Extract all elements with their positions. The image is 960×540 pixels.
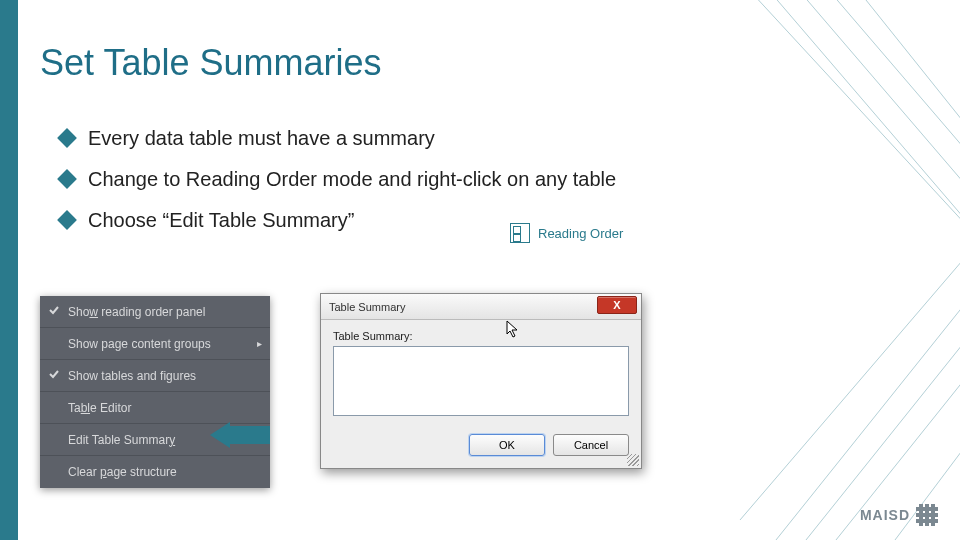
bullet-icon	[57, 128, 77, 148]
bullet-text: Every data table must have a summary	[88, 125, 435, 152]
dialog-titlebar[interactable]: Table Summary X	[321, 294, 641, 320]
dialog-button-row: OK Cancel	[321, 426, 641, 468]
close-icon: X	[613, 299, 620, 311]
logo-text: MAISD	[860, 507, 910, 523]
checkmark-icon	[48, 304, 60, 316]
menu-item-label: Show tables and figures	[68, 369, 196, 383]
slide: Set Table Summaries Every data table mus…	[0, 0, 960, 540]
arrow-callout	[210, 422, 270, 448]
reading-order-label: Reading Order	[538, 226, 623, 241]
maisd-logo: MAISD	[860, 504, 938, 526]
checkmark-icon	[48, 368, 60, 380]
close-button[interactable]: X	[597, 296, 637, 314]
menu-item-label: Table Editor	[68, 401, 131, 415]
menu-item-label: Clear page structure	[68, 465, 177, 479]
menu-item-clear-page-structure[interactable]: Clear page structure	[40, 456, 270, 488]
slide-title: Set Table Summaries	[40, 42, 382, 84]
menu-item-label: Show reading order panel	[68, 305, 205, 319]
bullet-item: Every data table must have a summary	[60, 125, 660, 152]
arrow-left-icon	[210, 422, 230, 448]
menu-item-label: Edit Table Summary	[68, 433, 175, 447]
context-menu: Show reading order panel Show page conte…	[40, 296, 270, 488]
left-accent-bar	[0, 0, 18, 540]
logo-glyph-icon	[916, 504, 938, 526]
dialog-title: Table Summary	[329, 301, 405, 313]
cancel-label: Cancel	[574, 439, 608, 451]
bullet-text: Choose “Edit Table Summary”	[88, 207, 354, 234]
decorative-lines	[700, 0, 960, 540]
arrow-body	[228, 426, 270, 444]
cancel-button[interactable]: Cancel	[553, 434, 629, 456]
bullet-item: Change to Reading Order mode and right-c…	[60, 166, 660, 193]
submenu-arrow-icon: ▸	[257, 338, 262, 349]
bullet-text: Change to Reading Order mode and right-c…	[88, 166, 616, 193]
menu-item-show-reading-order-panel[interactable]: Show reading order panel	[40, 296, 270, 328]
table-summary-dialog: Table Summary X Table Summary: OK Cancel	[320, 293, 642, 469]
menu-item-show-page-content-groups[interactable]: Show page content groups ▸	[40, 328, 270, 360]
reading-order-button[interactable]: Reading Order	[510, 218, 680, 248]
menu-item-show-tables-and-figures[interactable]: Show tables and figures	[40, 360, 270, 392]
reading-order-icon	[510, 223, 530, 243]
mouse-cursor-icon	[506, 320, 520, 338]
table-summary-input[interactable]	[333, 346, 629, 416]
dialog-body: Table Summary:	[321, 320, 641, 426]
bullet-icon	[57, 210, 77, 230]
resize-grip-icon[interactable]	[627, 454, 639, 466]
ok-button[interactable]: OK	[469, 434, 545, 456]
menu-item-label: Show page content groups	[68, 337, 211, 351]
field-label: Table Summary:	[333, 330, 629, 342]
bullet-icon	[57, 169, 77, 189]
ok-label: OK	[499, 439, 515, 451]
menu-item-table-editor[interactable]: Table Editor	[40, 392, 270, 424]
